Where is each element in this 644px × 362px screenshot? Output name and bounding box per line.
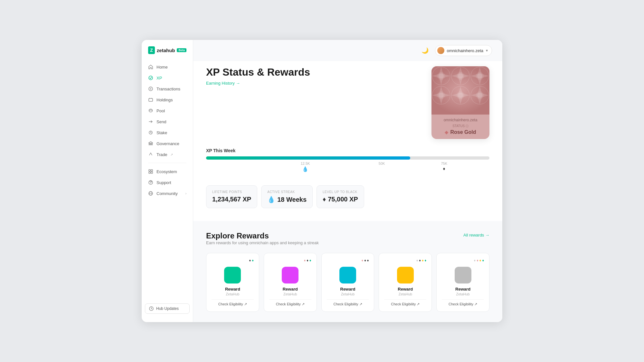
all-rewards-link[interactable]: All rewards → (463, 233, 489, 237)
gem-2-2: ♦ (307, 258, 308, 262)
svg-rect-10 (149, 172, 150, 173)
gem-5-1: ♦ (474, 258, 476, 262)
svg-point-3 (149, 110, 152, 112)
streak-icon: 💧 (267, 196, 275, 203)
stats-row: LIFETIME POINTS 1,234,567 XP ACTIVE STRE… (206, 185, 489, 208)
app-window: Z zetahub Beta Home XP (142, 40, 502, 322)
gem-4-2: ♦ (419, 258, 421, 262)
reward-card-5[interactable]: ♦ ♦ ♦ ♦ Reward ZetaHub Check Eligibility… (436, 253, 489, 312)
streak-drop-icon: 💧 (302, 166, 308, 172)
hub-updates-button[interactable]: Hub Updates (145, 303, 190, 314)
svg-rect-8 (149, 170, 150, 171)
sidebar-label-community: Community (156, 191, 178, 196)
reward-gems-3: ♦ ♦ ♦ (327, 258, 369, 262)
rewards-header: Explore Rewards Earn rewards for using o… (206, 231, 489, 252)
holdings-icon (148, 97, 153, 102)
reward-name-1: Reward (225, 287, 240, 292)
support-icon (148, 180, 153, 185)
gem-4-4: ♦ (425, 258, 427, 262)
xp-week-section: XP This Week 12.5K 💧 50K 75K ♦ (206, 148, 489, 171)
reward-source-5: ZetaHub (456, 292, 469, 296)
page-title: XP Status & Rewards (206, 66, 310, 78)
check-eligibility-4[interactable]: Check Eligibility ↗ (384, 299, 426, 306)
sidebar: Z zetahub Beta Home XP (142, 40, 193, 322)
sidebar-item-stake[interactable]: Stake (145, 127, 190, 138)
user-avatar (437, 47, 444, 54)
home-icon (148, 64, 153, 70)
sidebar-item-send[interactable]: Send (145, 116, 190, 127)
sidebar-label-home: Home (156, 65, 168, 70)
svg-point-26 (476, 72, 484, 80)
progress-bar (206, 156, 489, 160)
check-eligibility-5[interactable]: Check Eligibility ↗ (442, 299, 484, 306)
sidebar-item-governance[interactable]: Governance (145, 138, 190, 149)
xp-header: XP Status & Rewards Earning History → (206, 66, 489, 139)
svg-point-28 (457, 91, 464, 99)
reward-card-3[interactable]: ♦ ♦ ♦ Reward ZetaHub Check Eligibility ↗ (321, 253, 374, 312)
send-icon (148, 119, 153, 124)
logo-icon: Z (148, 46, 155, 54)
sidebar-item-support[interactable]: Support (145, 177, 190, 188)
gem-2-3: ♦ (309, 258, 311, 262)
nav-divider-1 (148, 163, 186, 163)
reward-gems-2: ♦ ♦ ♦ (269, 258, 311, 262)
reward-name-3: Reward (340, 287, 355, 292)
updates-icon (149, 306, 154, 311)
gem-4-1: ♦ (416, 258, 418, 262)
sidebar-item-xp[interactable]: XP (145, 73, 190, 83)
external-icon: ↗ (170, 153, 173, 156)
reward-card-2[interactable]: ♦ ♦ ♦ Reward ZetaHub Check Eligibility ↗ (264, 253, 317, 312)
reward-icon-5 (455, 267, 471, 283)
earning-history-link[interactable]: Earning History → (206, 81, 240, 86)
svg-rect-9 (151, 170, 153, 171)
stat-streak-value: 💧 18 Weeks (267, 196, 307, 203)
sidebar-item-trade[interactable]: Trade ↗ (145, 149, 190, 160)
reward-source-3: ZetaHub (341, 292, 355, 296)
hub-updates-label: Hub Updates (156, 306, 179, 311)
sidebar-item-pool[interactable]: Pool (145, 106, 190, 116)
reward-gems-1: ♦ ♦ (212, 258, 254, 262)
check-eligibility-1[interactable]: Check Eligibility ↗ (212, 299, 254, 306)
rewards-title-block: Explore Rewards Earn rewards for using o… (206, 231, 319, 252)
svg-point-25 (457, 72, 464, 80)
card-pattern (431, 66, 489, 115)
svg-point-0 (149, 76, 153, 80)
svg-rect-2 (149, 98, 153, 101)
sidebar-label-xp: XP (156, 76, 162, 80)
svg-rect-11 (151, 172, 153, 173)
reward-card-1[interactable]: ♦ ♦ Reward ZetaHub Check Eligibility ↗ (206, 253, 259, 312)
ecosystem-icon (148, 169, 153, 174)
stat-lifetime-label: LIFETIME POINTS (212, 190, 251, 194)
logo[interactable]: Z zetahub Beta (142, 40, 193, 62)
marker-75k-label: 75K (441, 162, 447, 165)
stat-level-up: LEVEL UP TO BLACK ♦ 75,000 XP (317, 185, 364, 208)
xp-icon (148, 75, 153, 80)
sidebar-label-trade: Trade (156, 152, 167, 157)
check-eligibility-2[interactable]: Check Eligibility ↗ (269, 299, 311, 306)
reward-icon-1 (224, 267, 241, 283)
check-eligibility-3[interactable]: Check Eligibility ↗ (327, 299, 369, 306)
sidebar-item-holdings[interactable]: Holdings (145, 95, 190, 105)
sidebar-item-transactions[interactable]: Transactions (145, 84, 190, 94)
dark-mode-button[interactable]: 🌙 (420, 46, 430, 55)
gem-3-1: ♦ (362, 258, 364, 262)
user-chevron-icon: ▾ (486, 48, 488, 53)
card-username: omnichainhero.zeta (436, 118, 485, 122)
user-menu[interactable]: omnichainhero.zeta ▾ (435, 45, 492, 56)
stat-levelup-value: ♦ 75,000 XP (323, 196, 358, 203)
marker-75k: 75K ♦ (441, 162, 447, 171)
gem-5-4: ♦ (482, 258, 484, 262)
trade-icon (148, 152, 153, 157)
sidebar-item-home[interactable]: Home (145, 62, 190, 72)
sidebar-item-community[interactable]: Community › (145, 188, 190, 199)
sidebar-label-stake: Stake (156, 130, 167, 135)
reward-source-1: ZetaHub (226, 292, 239, 296)
reward-icon-2 (282, 267, 298, 283)
pool-icon (148, 108, 153, 113)
sidebar-item-ecosystem[interactable]: Ecosystem (145, 166, 190, 177)
reward-icon-3 (339, 267, 356, 283)
user-name: omnichainhero.zeta (447, 48, 483, 53)
reward-card-4[interactable]: ♦ ♦ ♦ ♦ Reward ZetaHub Check Eligibility… (379, 253, 432, 312)
status-info-icon[interactable]: ⓘ (466, 125, 469, 128)
reward-name-4: Reward (398, 287, 413, 292)
